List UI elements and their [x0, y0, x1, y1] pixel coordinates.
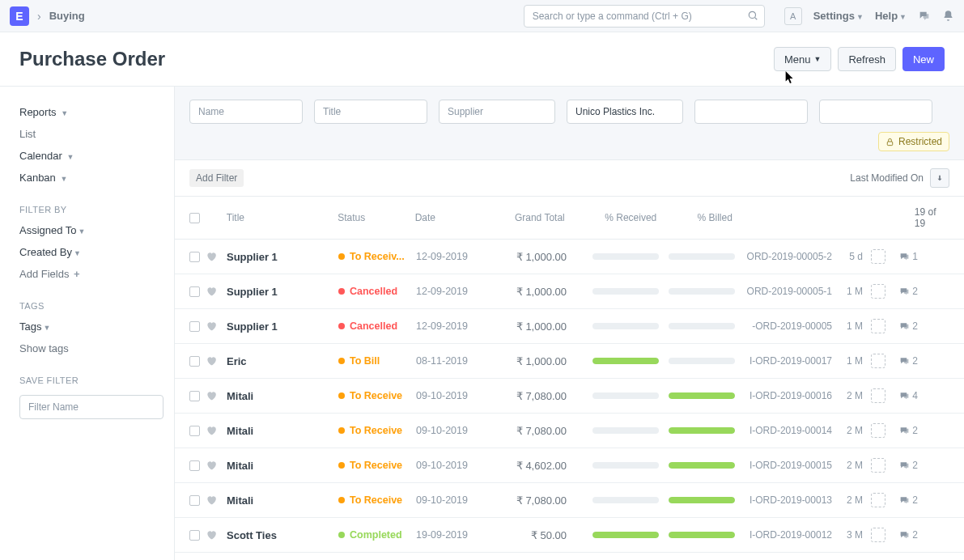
assign-button[interactable]	[871, 458, 885, 473]
filter-title-box[interactable]: Title	[314, 100, 427, 124]
row-title[interactable]: Supplier 1	[222, 320, 338, 333]
table-row[interactable]: Scott Ties Completed 19-09-2019 ₹ 50.00 …	[175, 518, 964, 553]
row-status: Cancelled	[338, 286, 416, 297]
help-menu[interactable]: Help▼	[875, 10, 907, 22]
col-title[interactable]: Title	[222, 212, 338, 223]
app-logo[interactable]: E	[10, 6, 29, 26]
sort-by-label[interactable]: Last Modified On	[850, 172, 924, 184]
table-row[interactable]: Eric To Bill 08-11-2019 ₹ 1,000.00 I-ORD…	[175, 344, 964, 379]
heart-icon[interactable]	[206, 425, 222, 436]
heart-icon[interactable]	[206, 251, 222, 262]
global-search-input[interactable]	[524, 5, 765, 28]
row-checkbox[interactable]	[189, 252, 200, 262]
assign-button[interactable]	[871, 388, 885, 403]
restricted-badge[interactable]: Restricted	[878, 132, 949, 151]
col-received[interactable]: % Received	[576, 212, 657, 223]
row-checkbox[interactable]	[189, 426, 200, 436]
add-fields[interactable]: Add Fields +	[19, 263, 155, 285]
row-title[interactable]: Supplier 1	[222, 286, 338, 298]
heart-icon[interactable]	[206, 390, 222, 401]
show-tags[interactable]: Show tags	[19, 337, 155, 359]
chat-icon[interactable]	[918, 10, 931, 23]
row-billed	[659, 462, 740, 469]
row-title[interactable]: Scott Ties	[222, 529, 338, 541]
filter-empty-2[interactable]	[819, 100, 932, 124]
table-row[interactable]: Mitali To Receive 09-10-2019 ₹ 7,080.00 …	[175, 379, 964, 414]
refresh-button[interactable]: Refresh	[838, 47, 896, 71]
row-comments[interactable]: 2	[885, 460, 918, 471]
filter-supplier-box[interactable]: Supplier	[439, 100, 555, 124]
row-checkbox[interactable]	[189, 391, 200, 401]
col-date[interactable]: Date	[415, 212, 502, 223]
row-comments[interactable]: 2	[885, 425, 918, 436]
row-title[interactable]: Mitali	[222, 390, 338, 402]
heart-icon[interactable]	[206, 460, 222, 471]
menu-button[interactable]: Menu▼	[774, 47, 831, 71]
row-comments[interactable]: 2	[885, 494, 918, 506]
row-comments[interactable]: 1	[885, 251, 918, 262]
assign-button[interactable]	[871, 284, 885, 299]
row-age: 5 d	[832, 251, 863, 262]
bell-icon[interactable]	[942, 10, 954, 22]
table-row[interactable]: Supplier 1 Cancelled 12-09-2019 ₹ 1,000.…	[175, 309, 964, 344]
row-comments[interactable]: 2	[885, 355, 918, 367]
row-title[interactable]: Mitali	[222, 494, 338, 507]
col-billed[interactable]: % Billed	[656, 212, 737, 223]
heart-icon[interactable]	[206, 494, 222, 506]
filter-empty-1[interactable]	[694, 100, 808, 124]
breadcrumb-buying[interactable]: Buying	[49, 10, 85, 22]
table-row[interactable]: Chawla Traders To Receiv... 18-09-2019 I…	[175, 553, 964, 560]
heart-icon[interactable]	[206, 355, 222, 367]
sidebar-list[interactable]: List	[19, 123, 155, 145]
filter-assigned-to[interactable]: Assigned To▼	[19, 219, 155, 241]
select-all-checkbox[interactable]	[189, 213, 200, 223]
sidebar-reports[interactable]: Reports ▼	[19, 101, 155, 123]
filter-name-box[interactable]: Name	[189, 100, 303, 124]
tags-select[interactable]: Tags▼	[19, 316, 155, 337]
table-row[interactable]: Mitali To Receive 09-10-2019 ₹ 4,602.00 …	[175, 448, 964, 483]
row-title[interactable]: Supplier 1	[222, 251, 338, 263]
row-checkbox[interactable]	[189, 286, 200, 297]
sort-direction-button[interactable]	[930, 168, 949, 188]
row-title[interactable]: Eric	[222, 355, 338, 367]
row-title[interactable]: Mitali	[222, 460, 338, 472]
assign-button[interactable]	[871, 528, 885, 542]
row-comments[interactable]: 2	[885, 529, 918, 541]
search-icon[interactable]	[747, 10, 758, 21]
row-checkbox[interactable]	[189, 495, 200, 506]
row-comments[interactable]: 2	[885, 286, 918, 297]
table-row[interactable]: Mitali To Receive 09-10-2019 ₹ 7,080.00 …	[175, 414, 964, 448]
filter-name-input[interactable]	[19, 395, 163, 419]
row-checkbox[interactable]	[189, 321, 200, 332]
row-checkbox[interactable]	[189, 356, 200, 367]
sidebar-calendar[interactable]: Calendar ▼	[19, 145, 155, 167]
assign-button[interactable]	[871, 354, 885, 368]
new-button[interactable]: New	[902, 47, 945, 71]
row-age: 1 M	[832, 286, 863, 297]
settings-menu[interactable]: Settings▼	[813, 10, 864, 22]
comment-icon	[899, 252, 910, 262]
assign-button[interactable]	[871, 319, 885, 333]
col-total[interactable]: Grand Total	[502, 212, 576, 223]
table-row[interactable]: Supplier 1 Cancelled 12-09-2019 ₹ 1,000.…	[175, 274, 964, 309]
heart-icon[interactable]	[206, 529, 222, 541]
row-comments[interactable]: 4	[885, 390, 918, 401]
table-row[interactable]: Mitali To Receive 09-10-2019 ₹ 7,080.00 …	[175, 483, 964, 518]
table-row[interactable]: Supplier 1 To Receiv... 12-09-2019 ₹ 1,0…	[175, 240, 964, 274]
row-checkbox[interactable]	[189, 530, 200, 541]
filter-created-by[interactable]: Created By▼	[19, 241, 155, 263]
add-filter-button[interactable]: Add Filter	[189, 169, 244, 187]
assign-button[interactable]	[871, 249, 885, 264]
heart-icon[interactable]	[206, 286, 222, 297]
row-title[interactable]: Mitali	[222, 425, 338, 437]
row-checkbox[interactable]	[189, 460, 200, 471]
row-comments[interactable]: 2	[885, 320, 918, 332]
row-total: ₹ 1,000.00	[503, 355, 578, 367]
sidebar-kanban[interactable]: Kanban ▼	[19, 167, 155, 189]
assign-button[interactable]	[871, 423, 885, 438]
assign-button[interactable]	[871, 493, 885, 507]
user-avatar[interactable]: A	[784, 7, 802, 25]
filter-supplier-value[interactable]: Unico Plastics Inc.	[567, 100, 683, 124]
col-status[interactable]: Status	[338, 212, 415, 223]
heart-icon[interactable]	[206, 320, 222, 332]
